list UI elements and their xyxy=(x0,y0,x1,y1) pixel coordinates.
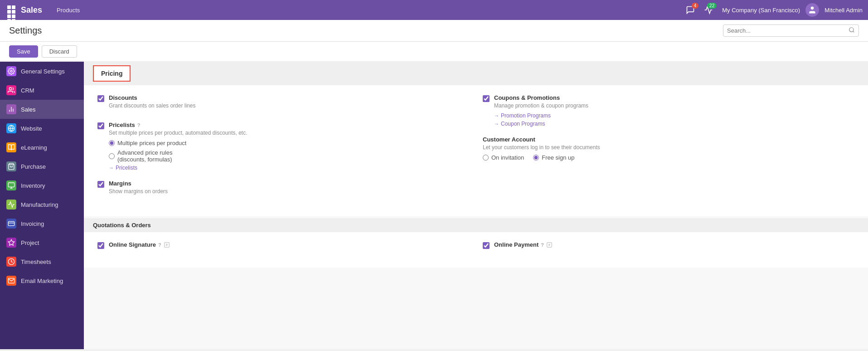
pricing-right: Coupons & Promotions Manage promotion & … xyxy=(483,94,854,207)
coupons-content: Coupons & Promotions Manage promotion & … xyxy=(494,94,588,127)
free-signup-radio[interactable] xyxy=(533,155,539,161)
sidebar-label-general-settings: General Settings xyxy=(21,68,65,75)
sidebar-label-website: Website xyxy=(21,125,42,132)
invitation-radio[interactable] xyxy=(483,155,489,161)
sidebar-icon-crm xyxy=(6,85,16,95)
margins-checkbox[interactable] xyxy=(97,181,104,188)
sidebar-item-manufacturing[interactable]: Manufacturing xyxy=(0,195,84,214)
online-payment-setting: Online Payment ? xyxy=(483,241,854,249)
svg-rect-11 xyxy=(8,183,14,187)
svg-point-0 xyxy=(811,7,814,10)
coupon-link-text: Coupon Programs xyxy=(501,121,545,127)
nav-item-products[interactable]: Products xyxy=(51,0,97,20)
user-avatar[interactable] xyxy=(805,3,819,17)
sidebar: General Settings CRM Sales Website eLear… xyxy=(0,62,84,349)
pricelists-checkbox[interactable] xyxy=(97,122,104,129)
pricelists-label: Pricelists ? xyxy=(109,122,247,128)
sidebar-label-invoicing: Invoicing xyxy=(21,220,44,227)
sidebar-item-elearning[interactable]: eLearning xyxy=(0,138,84,157)
sidebar-item-general-settings[interactable]: General Settings xyxy=(0,62,84,81)
sidebar-item-sales[interactable]: Sales xyxy=(0,100,84,119)
pricelists-setting: Pricelists ? Set multiple prices per pro… xyxy=(97,122,469,171)
app-brand[interactable]: Sales xyxy=(21,5,42,15)
sidebar-icon-email-marketing xyxy=(6,276,16,286)
sidebar-icon-inventory xyxy=(6,180,16,190)
free-signup-option[interactable]: Free sign up xyxy=(533,154,574,161)
pricelists-multiple-option[interactable]: Multiple prices per product xyxy=(109,140,247,146)
online-payment-content: Online Payment ? xyxy=(494,241,553,249)
apps-menu-icon[interactable] xyxy=(5,4,18,16)
customer-account-setting: Customer Account Let your customers log … xyxy=(483,136,854,161)
invitation-option[interactable]: On invitation xyxy=(483,154,524,161)
pricelists-multiple-radio[interactable] xyxy=(109,140,115,146)
activity-badge: 22 xyxy=(707,3,717,9)
sidebar-icon-timesheets xyxy=(6,257,16,267)
coupons-setting: Coupons & Promotions Manage promotion & … xyxy=(483,94,854,127)
discard-button[interactable]: Discard xyxy=(42,45,77,58)
sidebar-item-purchase[interactable]: Purchase xyxy=(0,157,84,176)
pricing-section-header: Pricing xyxy=(84,62,868,85)
sidebar-item-invoicing[interactable]: Invoicing xyxy=(0,214,84,233)
search-input[interactable] xyxy=(727,27,849,34)
action-bar: Save Discard xyxy=(0,42,868,62)
online-signature-help-icon[interactable]: ? xyxy=(158,242,161,248)
pricing-title-text: Pricing xyxy=(101,70,122,77)
sidebar-item-timesheets[interactable]: Timesheets xyxy=(0,252,84,271)
pricelists-desc: Set multiple prices per product, automat… xyxy=(109,130,247,136)
promotion-link[interactable]: → Promotion Programs xyxy=(494,112,588,119)
sidebar-item-email-marketing[interactable]: Email Marketing xyxy=(0,271,84,290)
sidebar-icon-invoicing xyxy=(6,219,16,229)
sidebar-icon-purchase xyxy=(6,161,16,171)
search-bar xyxy=(723,24,859,37)
pricelists-advanced-label: Advanced price rules(discounts, formulas… xyxy=(117,149,172,163)
pricing-left: Discounts Grant discounts on sales order… xyxy=(97,94,469,207)
company-name[interactable]: My Company (San Francisco) xyxy=(722,7,800,14)
sidebar-item-crm[interactable]: CRM xyxy=(0,81,84,100)
online-payment-help-icon[interactable]: ? xyxy=(541,242,544,248)
svg-point-4 xyxy=(9,88,11,90)
pricelists-radio-group: Multiple prices per product Advanced pri… xyxy=(109,140,247,163)
coupons-checkbox[interactable] xyxy=(483,95,490,102)
pricelists-advanced-option[interactable]: Advanced price rules(discounts, formulas… xyxy=(109,149,247,163)
sidebar-item-inventory[interactable]: Inventory xyxy=(0,176,84,195)
top-nav: Sales OrdersTo InvoiceProductsReportingC… xyxy=(0,0,868,20)
sidebar-icon-manufacturing xyxy=(6,200,16,210)
coupons-label: Coupons & Promotions xyxy=(494,94,588,101)
sidebar-icon-sales xyxy=(6,104,16,114)
quotations-section-header: Quotations & Orders xyxy=(84,218,868,232)
sidebar-item-project[interactable]: Project xyxy=(0,233,84,252)
sidebar-label-purchase: Purchase xyxy=(21,163,46,170)
sidebar-label-crm: CRM xyxy=(21,87,34,94)
search-icon[interactable] xyxy=(849,27,855,34)
svg-marker-16 xyxy=(8,239,14,245)
pricelists-arrow-icon: → xyxy=(109,165,114,171)
pricelists-help-icon[interactable]: ? xyxy=(137,122,141,128)
discounts-checkbox[interactable] xyxy=(97,95,104,102)
pricing-title: Pricing xyxy=(93,65,131,82)
margins-desc: Show margins on orders xyxy=(109,188,168,195)
svg-point-3 xyxy=(10,70,12,72)
pricelists-advanced-radio[interactable] xyxy=(109,153,115,159)
online-payment-checkbox[interactable] xyxy=(483,242,490,249)
invitation-label: On invitation xyxy=(491,154,524,161)
sidebar-label-inventory: Inventory xyxy=(21,182,45,189)
nav-item-reporting[interactable]: Reporting xyxy=(51,20,97,40)
sidebar-label-elearning: eLearning xyxy=(21,144,47,151)
margins-content: Margins Show margins on orders xyxy=(109,180,168,198)
activity-icon-btn[interactable]: 22 xyxy=(704,5,713,15)
customer-account-radio-group: On invitation Free sign up xyxy=(483,154,600,161)
chat-badge: 4 xyxy=(692,3,699,9)
online-signature-checkbox[interactable] xyxy=(97,242,104,249)
page-header: Settings xyxy=(0,20,868,42)
chat-icon-btn[interactable]: 4 xyxy=(686,5,695,15)
sidebar-item-website[interactable]: Website xyxy=(0,119,84,138)
pricelists-link[interactable]: → Pricelists xyxy=(109,165,247,171)
content-area: Pricing Discounts Grant discounts on sal… xyxy=(84,62,868,349)
sidebar-icon-website xyxy=(6,123,16,133)
coupon-arrow-icon: → xyxy=(494,121,499,127)
discounts-desc: Grant discounts on sales order lines xyxy=(109,102,195,109)
coupon-link[interactable]: → Coupon Programs xyxy=(494,121,588,127)
user-name[interactable]: Mitchell Admin xyxy=(824,7,863,14)
save-button[interactable]: Save xyxy=(9,45,38,58)
quotations-grid: Online Signature ? xyxy=(97,241,854,258)
